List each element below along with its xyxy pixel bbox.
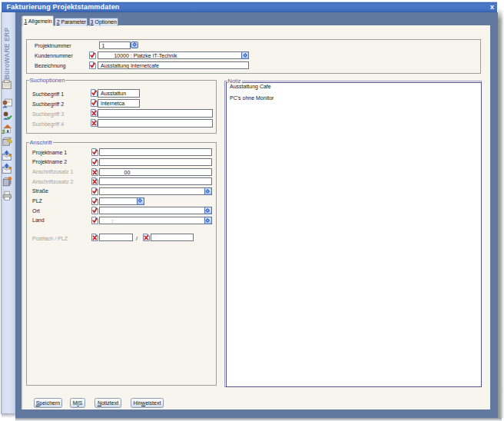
svg-text:2: 2 — [2, 128, 5, 134]
